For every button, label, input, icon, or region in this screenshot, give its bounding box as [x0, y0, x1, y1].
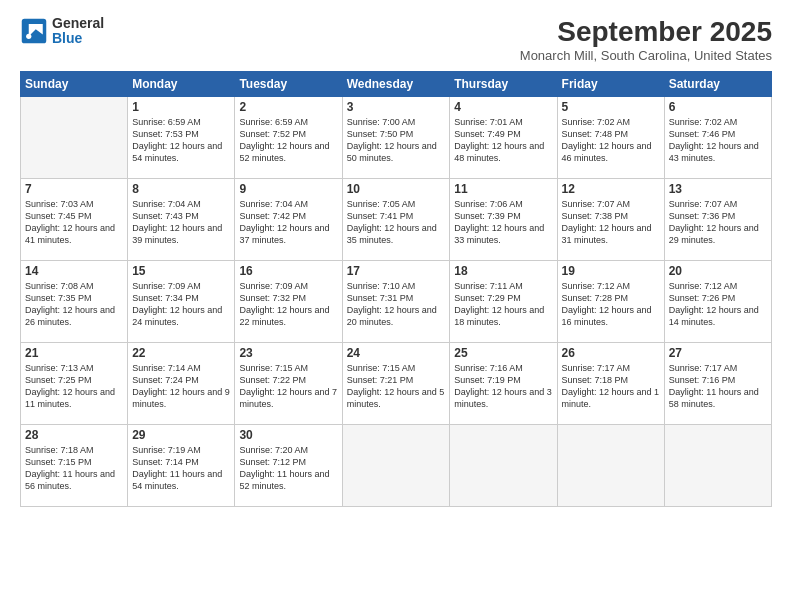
day-number: 10	[347, 182, 446, 196]
weekday-header-sunday: Sunday	[21, 72, 128, 97]
day-info: Sunrise: 7:06 AM Sunset: 7:39 PM Dayligh…	[454, 198, 552, 247]
day-number: 4	[454, 100, 552, 114]
calendar-cell: 26Sunrise: 7:17 AM Sunset: 7:18 PM Dayli…	[557, 343, 664, 425]
day-info: Sunrise: 7:07 AM Sunset: 7:36 PM Dayligh…	[669, 198, 767, 247]
page-container: General Blue September 2025 Monarch Mill…	[0, 0, 792, 612]
day-number: 6	[669, 100, 767, 114]
day-number: 2	[239, 100, 337, 114]
day-number: 21	[25, 346, 123, 360]
day-info: Sunrise: 7:08 AM Sunset: 7:35 PM Dayligh…	[25, 280, 123, 329]
day-info: Sunrise: 7:17 AM Sunset: 7:16 PM Dayligh…	[669, 362, 767, 411]
day-info: Sunrise: 7:17 AM Sunset: 7:18 PM Dayligh…	[562, 362, 660, 411]
day-info: Sunrise: 7:12 AM Sunset: 7:26 PM Dayligh…	[669, 280, 767, 329]
calendar-cell: 23Sunrise: 7:15 AM Sunset: 7:22 PM Dayli…	[235, 343, 342, 425]
day-info: Sunrise: 7:04 AM Sunset: 7:43 PM Dayligh…	[132, 198, 230, 247]
day-number: 13	[669, 182, 767, 196]
day-info: Sunrise: 6:59 AM Sunset: 7:52 PM Dayligh…	[239, 116, 337, 165]
day-number: 15	[132, 264, 230, 278]
calendar-cell: 18Sunrise: 7:11 AM Sunset: 7:29 PM Dayli…	[450, 261, 557, 343]
day-number: 3	[347, 100, 446, 114]
day-info: Sunrise: 7:03 AM Sunset: 7:45 PM Dayligh…	[25, 198, 123, 247]
logo: General Blue	[20, 16, 104, 47]
day-info: Sunrise: 7:11 AM Sunset: 7:29 PM Dayligh…	[454, 280, 552, 329]
logo-icon	[20, 17, 48, 45]
day-number: 27	[669, 346, 767, 360]
calendar-cell: 22Sunrise: 7:14 AM Sunset: 7:24 PM Dayli…	[128, 343, 235, 425]
day-info: Sunrise: 6:59 AM Sunset: 7:53 PM Dayligh…	[132, 116, 230, 165]
day-info: Sunrise: 7:01 AM Sunset: 7:49 PM Dayligh…	[454, 116, 552, 165]
calendar-cell: 2Sunrise: 6:59 AM Sunset: 7:52 PM Daylig…	[235, 97, 342, 179]
calendar-header-row: SundayMondayTuesdayWednesdayThursdayFrid…	[21, 72, 772, 97]
day-info: Sunrise: 7:10 AM Sunset: 7:31 PM Dayligh…	[347, 280, 446, 329]
calendar-cell: 29Sunrise: 7:19 AM Sunset: 7:14 PM Dayli…	[128, 425, 235, 507]
calendar-week-1: 1Sunrise: 6:59 AM Sunset: 7:53 PM Daylig…	[21, 97, 772, 179]
calendar-cell: 28Sunrise: 7:18 AM Sunset: 7:15 PM Dayli…	[21, 425, 128, 507]
title-block: September 2025 Monarch Mill, South Carol…	[520, 16, 772, 63]
day-info: Sunrise: 7:02 AM Sunset: 7:48 PM Dayligh…	[562, 116, 660, 165]
weekday-header-saturday: Saturday	[664, 72, 771, 97]
day-number: 25	[454, 346, 552, 360]
calendar-cell: 11Sunrise: 7:06 AM Sunset: 7:39 PM Dayli…	[450, 179, 557, 261]
day-info: Sunrise: 7:07 AM Sunset: 7:38 PM Dayligh…	[562, 198, 660, 247]
calendar-week-2: 7Sunrise: 7:03 AM Sunset: 7:45 PM Daylig…	[21, 179, 772, 261]
day-info: Sunrise: 7:16 AM Sunset: 7:19 PM Dayligh…	[454, 362, 552, 411]
day-number: 5	[562, 100, 660, 114]
day-info: Sunrise: 7:00 AM Sunset: 7:50 PM Dayligh…	[347, 116, 446, 165]
calendar-week-3: 14Sunrise: 7:08 AM Sunset: 7:35 PM Dayli…	[21, 261, 772, 343]
day-number: 14	[25, 264, 123, 278]
calendar-week-4: 21Sunrise: 7:13 AM Sunset: 7:25 PM Dayli…	[21, 343, 772, 425]
calendar-cell: 14Sunrise: 7:08 AM Sunset: 7:35 PM Dayli…	[21, 261, 128, 343]
calendar-cell: 8Sunrise: 7:04 AM Sunset: 7:43 PM Daylig…	[128, 179, 235, 261]
day-number: 20	[669, 264, 767, 278]
day-number: 16	[239, 264, 337, 278]
location: Monarch Mill, South Carolina, United Sta…	[520, 48, 772, 63]
day-number: 7	[25, 182, 123, 196]
day-number: 23	[239, 346, 337, 360]
day-info: Sunrise: 7:02 AM Sunset: 7:46 PM Dayligh…	[669, 116, 767, 165]
calendar-cell: 19Sunrise: 7:12 AM Sunset: 7:28 PM Dayli…	[557, 261, 664, 343]
weekday-header-monday: Monday	[128, 72, 235, 97]
calendar-cell: 17Sunrise: 7:10 AM Sunset: 7:31 PM Dayli…	[342, 261, 450, 343]
calendar-cell	[342, 425, 450, 507]
weekday-header-wednesday: Wednesday	[342, 72, 450, 97]
day-number: 28	[25, 428, 123, 442]
calendar-cell	[450, 425, 557, 507]
logo-line2: Blue	[52, 30, 82, 46]
calendar-cell: 16Sunrise: 7:09 AM Sunset: 7:32 PM Dayli…	[235, 261, 342, 343]
calendar-cell: 1Sunrise: 6:59 AM Sunset: 7:53 PM Daylig…	[128, 97, 235, 179]
calendar-cell	[664, 425, 771, 507]
svg-point-2	[26, 34, 31, 39]
calendar-cell: 6Sunrise: 7:02 AM Sunset: 7:46 PM Daylig…	[664, 97, 771, 179]
calendar-cell: 7Sunrise: 7:03 AM Sunset: 7:45 PM Daylig…	[21, 179, 128, 261]
day-number: 12	[562, 182, 660, 196]
calendar-cell: 21Sunrise: 7:13 AM Sunset: 7:25 PM Dayli…	[21, 343, 128, 425]
day-number: 19	[562, 264, 660, 278]
day-info: Sunrise: 7:14 AM Sunset: 7:24 PM Dayligh…	[132, 362, 230, 411]
day-number: 18	[454, 264, 552, 278]
day-number: 9	[239, 182, 337, 196]
day-number: 29	[132, 428, 230, 442]
day-number: 22	[132, 346, 230, 360]
calendar-cell: 30Sunrise: 7:20 AM Sunset: 7:12 PM Dayli…	[235, 425, 342, 507]
calendar-table: SundayMondayTuesdayWednesdayThursdayFrid…	[20, 71, 772, 507]
logo-text: General Blue	[52, 16, 104, 47]
calendar-cell: 13Sunrise: 7:07 AM Sunset: 7:36 PM Dayli…	[664, 179, 771, 261]
day-info: Sunrise: 7:19 AM Sunset: 7:14 PM Dayligh…	[132, 444, 230, 493]
calendar-cell: 24Sunrise: 7:15 AM Sunset: 7:21 PM Dayli…	[342, 343, 450, 425]
day-info: Sunrise: 7:18 AM Sunset: 7:15 PM Dayligh…	[25, 444, 123, 493]
day-number: 17	[347, 264, 446, 278]
calendar-cell: 10Sunrise: 7:05 AM Sunset: 7:41 PM Dayli…	[342, 179, 450, 261]
calendar-body: 1Sunrise: 6:59 AM Sunset: 7:53 PM Daylig…	[21, 97, 772, 507]
day-info: Sunrise: 7:15 AM Sunset: 7:22 PM Dayligh…	[239, 362, 337, 411]
day-number: 24	[347, 346, 446, 360]
calendar-cell	[21, 97, 128, 179]
calendar-cell: 25Sunrise: 7:16 AM Sunset: 7:19 PM Dayli…	[450, 343, 557, 425]
day-number: 11	[454, 182, 552, 196]
logo-line1: General	[52, 15, 104, 31]
month-title: September 2025	[520, 16, 772, 48]
weekday-header-thursday: Thursday	[450, 72, 557, 97]
calendar-cell: 12Sunrise: 7:07 AM Sunset: 7:38 PM Dayli…	[557, 179, 664, 261]
day-info: Sunrise: 7:09 AM Sunset: 7:32 PM Dayligh…	[239, 280, 337, 329]
calendar-week-5: 28Sunrise: 7:18 AM Sunset: 7:15 PM Dayli…	[21, 425, 772, 507]
calendar-cell: 4Sunrise: 7:01 AM Sunset: 7:49 PM Daylig…	[450, 97, 557, 179]
